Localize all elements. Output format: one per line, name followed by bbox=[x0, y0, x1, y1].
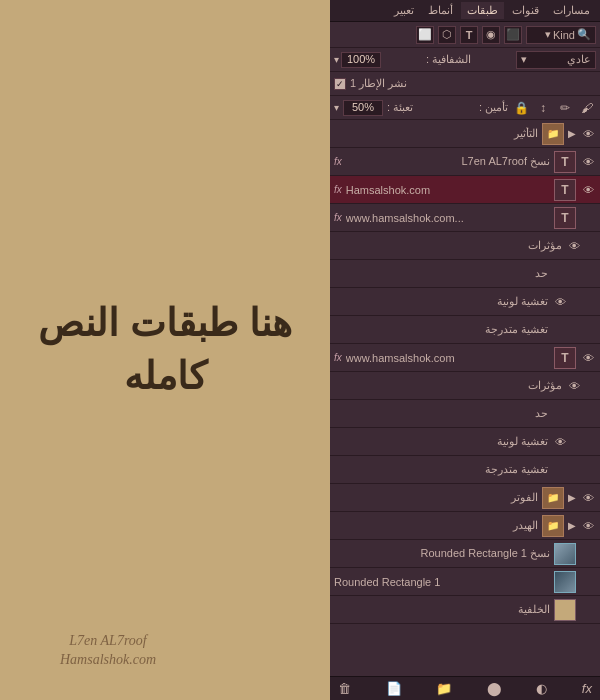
layer-thumb-layer-bg bbox=[554, 599, 576, 621]
layer-item-layer-border1[interactable]: 👁حد bbox=[330, 260, 600, 288]
dropdown-arrow-icon: ▾ bbox=[545, 28, 551, 41]
trash-icon[interactable]: 🗑 bbox=[336, 681, 353, 696]
eye-icon-layer-effects1[interactable]: 👁 bbox=[566, 238, 582, 254]
layer-name-layer-header: الهيدر bbox=[334, 519, 538, 532]
tab-bar: مسارات قنوات طبقات أنماط تعبير bbox=[330, 0, 600, 22]
layer-name-layer-rect-copy: نسخ Rounded Rectangle 1 bbox=[334, 547, 550, 560]
opacity-value[interactable]: 100% bbox=[341, 52, 381, 68]
right-panel: مسارات قنوات طبقات أنماط تعبير 🔍 Kind ▾ … bbox=[330, 0, 600, 700]
layer-name-layer-footer: الفوتر bbox=[334, 491, 538, 504]
expand-arrow-layer-header[interactable]: ▶ bbox=[568, 520, 576, 531]
layer-thumb-layer-effect: 📁 bbox=[542, 123, 564, 145]
layer-thumb-layer-text4: T bbox=[554, 347, 576, 369]
blend-mode-label: عادي bbox=[567, 53, 591, 66]
layer-name-layer-text3: www.hamsalshok.com... bbox=[346, 212, 550, 224]
adjustment-icon[interactable]: ⬤ bbox=[485, 681, 504, 696]
layer-item-layer-gradient1[interactable]: 👁تغشية متدرجة bbox=[330, 316, 600, 344]
tab-qanawat[interactable]: قنوات bbox=[506, 2, 545, 19]
fill-value[interactable]: 50% bbox=[343, 100, 383, 116]
kind-label: Kind bbox=[553, 29, 575, 41]
move-icon[interactable]: ↕ bbox=[534, 99, 552, 117]
eye-icon-layer-glow2[interactable]: 👁 bbox=[552, 434, 568, 450]
tab-masarat[interactable]: مسارات bbox=[547, 2, 596, 19]
expand-arrow-layer-effect[interactable]: ▶ bbox=[568, 128, 576, 139]
layer-name-layer-border2: حد bbox=[334, 407, 548, 420]
layer-thumb-layer-text1: T bbox=[554, 151, 576, 173]
layer-item-layer-header[interactable]: 👁▶📁الهيدر bbox=[330, 512, 600, 540]
layer-thumb-layer-footer: 📁 bbox=[542, 487, 564, 509]
bottom-toolbar: 🗑 📄 📁 ⬤ ◐ fx bbox=[330, 676, 600, 700]
tab-anmat[interactable]: أنماط bbox=[422, 2, 459, 19]
watermark-line2: Hamsalshok.com bbox=[60, 650, 156, 670]
search-icon: 🔍 bbox=[577, 28, 591, 41]
tab-tabaqat[interactable]: طبقات bbox=[461, 2, 504, 19]
kind-dropdown[interactable]: 🔍 Kind ▾ bbox=[526, 26, 596, 44]
publish-label: نشر الإطار 1 bbox=[350, 77, 407, 90]
layer-item-layer-text3[interactable]: 👁Twww.hamsalshok.com...fx bbox=[330, 204, 600, 232]
publish-checkbox[interactable] bbox=[334, 78, 346, 90]
fill-row: 🖌 ✏ ↕ 🔒 تأمين : تعبئة : 50% ▾ bbox=[330, 96, 600, 120]
layer-item-layer-footer[interactable]: 👁▶📁الفوتر bbox=[330, 484, 600, 512]
layer-item-layer-effects2[interactable]: 👁مؤثرات bbox=[330, 372, 600, 400]
expand-arrow-layer-footer[interactable]: ▶ bbox=[568, 492, 576, 503]
kind-icon-circle[interactable]: ◉ bbox=[482, 26, 500, 44]
eye-icon-layer-effect[interactable]: 👁 bbox=[580, 126, 596, 142]
kind-icon-img[interactable]: ⬛ bbox=[504, 26, 522, 44]
layer-thumb-layer-header: 📁 bbox=[542, 515, 564, 537]
layer-name-layer-text4: www.hamsalshok.com bbox=[346, 352, 550, 364]
layer-item-layer-bg[interactable]: 👁الخلفية bbox=[330, 596, 600, 624]
mask-icon[interactable]: ◐ bbox=[534, 681, 549, 696]
layer-item-layer-effects1[interactable]: 👁مؤثرات bbox=[330, 232, 600, 260]
fx-bottom-icon[interactable]: fx bbox=[580, 681, 594, 696]
kind-row: 🔍 Kind ▾ ⬛ ◉ T ⬡ ⬜ bbox=[330, 22, 600, 48]
fx-badge-layer-text3: fx bbox=[334, 212, 342, 223]
layer-thumb-layer-rect-copy bbox=[554, 543, 576, 565]
opacity-arrow-icon: ▾ bbox=[334, 54, 339, 65]
publish-row: نشر الإطار 1 bbox=[330, 72, 600, 96]
layer-item-layer-rect[interactable]: 👁Rounded Rectangle 1 bbox=[330, 568, 600, 596]
layer-name-layer-effect: التأثير bbox=[334, 127, 538, 140]
layer-name-layer-gradient2: تغشية متدرجة bbox=[334, 463, 548, 476]
kind-icon-shape[interactable]: ⬜ bbox=[416, 26, 434, 44]
layer-name-layer-gradient1: تغشية متدرجة bbox=[334, 323, 548, 336]
paint-bucket-icon[interactable]: 🖌 bbox=[578, 99, 596, 117]
eye-icon-layer-text2[interactable]: 👁 bbox=[580, 182, 596, 198]
layer-item-layer-text1[interactable]: 👁Tنسخ L7en AL7rooffx bbox=[330, 148, 600, 176]
blend-mode-dropdown[interactable]: عادي ▾ bbox=[516, 51, 596, 69]
eye-icon-layer-effects2[interactable]: 👁 bbox=[566, 378, 582, 394]
eraser-icon[interactable]: ✏ bbox=[556, 99, 574, 117]
eye-icon-layer-glow1[interactable]: 👁 bbox=[552, 294, 568, 310]
layer-item-layer-text2[interactable]: 👁THamsalshok.comfx bbox=[330, 176, 600, 204]
layer-item-layer-gradient2[interactable]: 👁تغشية متدرجة bbox=[330, 456, 600, 484]
layer-item-layer-rect-copy[interactable]: 👁نسخ Rounded Rectangle 1 bbox=[330, 540, 600, 568]
kind-icon-path[interactable]: ⬡ bbox=[438, 26, 456, 44]
layer-name-layer-glow1: تغشية لونية bbox=[334, 295, 548, 308]
layer-item-layer-glow1[interactable]: 👁تغشية لونية bbox=[330, 288, 600, 316]
layer-name-layer-border1: حد bbox=[334, 267, 548, 280]
layer-thumb-layer-rect bbox=[554, 571, 576, 593]
fx-badge-layer-text4: fx bbox=[334, 352, 342, 363]
new-group-icon[interactable]: 📁 bbox=[434, 681, 454, 696]
eye-icon-layer-text4[interactable]: 👁 bbox=[580, 350, 596, 366]
layer-item-layer-effect[interactable]: 👁▶📁التأثير bbox=[330, 120, 600, 148]
opacity-value-container: 100% ▾ bbox=[334, 52, 381, 68]
lock-icon[interactable]: 🔒 bbox=[512, 99, 530, 117]
layers-list: 👁▶📁التأثير👁Tنسخ L7en AL7rooffx👁THamsalsh… bbox=[330, 120, 600, 676]
fill-arrow-icon: ▾ bbox=[334, 102, 339, 113]
kind-icon-text[interactable]: T bbox=[460, 26, 478, 44]
tab-tabeer[interactable]: تعبير bbox=[388, 2, 420, 19]
blend-mode-arrow-icon: ▾ bbox=[521, 53, 527, 66]
layer-name-layer-text2: Hamsalshok.com bbox=[346, 184, 550, 196]
eye-icon-layer-header[interactable]: 👁 bbox=[580, 518, 596, 534]
layer-item-layer-text4[interactable]: 👁Twww.hamsalshok.comfx bbox=[330, 344, 600, 372]
eye-icon-layer-footer[interactable]: 👁 bbox=[580, 490, 596, 506]
layer-item-layer-border2[interactable]: 👁حد bbox=[330, 400, 600, 428]
layer-thumb-layer-text2: T bbox=[554, 179, 576, 201]
layer-name-layer-rect: Rounded Rectangle 1 bbox=[334, 576, 550, 588]
eye-icon-layer-text1[interactable]: 👁 bbox=[580, 154, 596, 170]
fill-label: تعبئة : bbox=[387, 101, 413, 114]
fx-badge-layer-text2: fx bbox=[334, 184, 342, 195]
new-layer-icon[interactable]: 📄 bbox=[384, 681, 404, 696]
watermark-line1: L7en AL7roof bbox=[60, 631, 156, 651]
layer-item-layer-glow2[interactable]: 👁تغشية لونية bbox=[330, 428, 600, 456]
